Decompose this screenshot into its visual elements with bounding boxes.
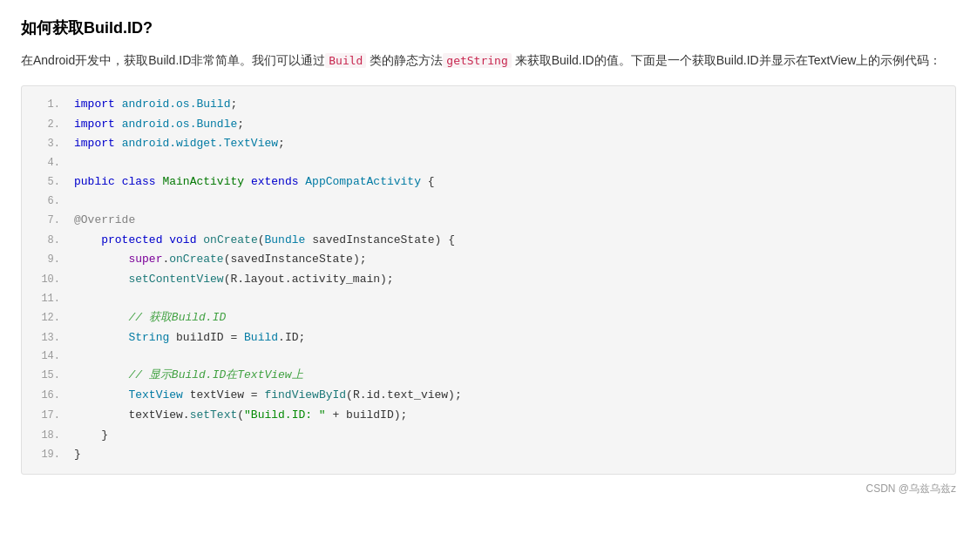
line-number: 7. (36, 212, 60, 230)
line-number: 19. (36, 446, 60, 464)
line-code: textView.setText("Build.ID: " + buildID)… (74, 406, 941, 426)
line-number: 17. (36, 407, 60, 425)
line-number: 9. (36, 251, 60, 269)
line-code: public class MainActivity extends AppCom… (74, 172, 941, 192)
page-title: 如何获取Build.ID? (21, 17, 956, 38)
code-line: 2.import android.os.Bundle; (22, 115, 955, 135)
code-line: 15. // 显示Build.ID在TextView上 (22, 366, 955, 386)
code-line: 18. } (22, 426, 955, 446)
code-line: 12. // 获取Build.ID (22, 308, 955, 328)
line-number: 12. (36, 309, 60, 327)
line-number: 3. (36, 135, 60, 153)
line-code: super.onCreate(savedInstanceState); (74, 250, 941, 270)
description: 在Android开发中，获取Build.ID非常简单。我们可以通过Build 类… (21, 51, 956, 71)
line-number: 6. (36, 192, 60, 211)
code-line: 4. (22, 154, 955, 172)
line-number: 5. (36, 173, 60, 192)
desc-code1: Build (325, 53, 366, 68)
code-line: 6. (22, 192, 955, 211)
code-line: 7.@Override (22, 211, 955, 231)
line-number: 10. (36, 271, 60, 289)
line-code: } (74, 445, 941, 465)
code-line: 16. TextView textView = findViewById(R.i… (22, 386, 955, 406)
desc-code2: getString (443, 53, 511, 68)
desc-text-before: 在Android开发中，获取Build.ID非常简单。我们可以通过 (21, 53, 325, 67)
code-line: 17. textView.setText("Build.ID: " + buil… (22, 406, 955, 426)
code-line: 8. protected void onCreate(Bundle savedI… (22, 231, 955, 251)
line-code: String buildID = Build.ID; (74, 328, 941, 348)
line-code: import android.os.Bundle; (74, 115, 941, 135)
footer: CSDN @乌兹乌兹z (21, 482, 956, 496)
line-code: TextView textView = findViewById(R.id.te… (74, 386, 941, 406)
code-line: 10. setContentView(R.layout.activity_mai… (22, 270, 955, 290)
line-code: protected void onCreate(Bundle savedInst… (74, 231, 941, 251)
code-block: 1.import android.os.Build;2.import andro… (21, 85, 956, 475)
desc-text-mid2: 来获取Build.ID的值。下面是一个获取Build.ID并显示在TextVie… (512, 53, 942, 67)
line-number: 13. (36, 329, 60, 347)
line-number: 8. (36, 232, 60, 250)
code-line: 5.public class MainActivity extends AppC… (22, 172, 955, 192)
line-number: 4. (36, 154, 60, 172)
line-code: @Override (74, 211, 941, 231)
code-line: 11. (22, 290, 955, 308)
code-line: 13. String buildID = Build.ID; (22, 328, 955, 348)
desc-text-mid1: 类的静态方法 (366, 53, 443, 67)
line-number: 14. (36, 347, 60, 366)
code-line: 3.import android.widget.TextView; (22, 134, 955, 154)
line-number: 18. (36, 427, 60, 445)
line-code: import android.os.Build; (74, 95, 941, 115)
code-line: 19.} (22, 445, 955, 465)
line-number: 15. (36, 367, 60, 385)
line-code: import android.widget.TextView; (74, 134, 941, 154)
line-code: setContentView(R.layout.activity_main); (74, 270, 941, 290)
line-code: } (74, 426, 941, 446)
line-code: // 获取Build.ID (74, 308, 941, 328)
line-number: 16. (36, 387, 60, 405)
code-line: 14. (22, 347, 955, 366)
code-line: 1.import android.os.Build; (22, 95, 955, 115)
line-number: 11. (36, 290, 60, 308)
line-number: 1. (36, 96, 60, 114)
line-code: // 显示Build.ID在TextView上 (74, 366, 941, 386)
line-number: 2. (36, 116, 60, 134)
code-line: 9. super.onCreate(savedInstanceState); (22, 250, 955, 270)
